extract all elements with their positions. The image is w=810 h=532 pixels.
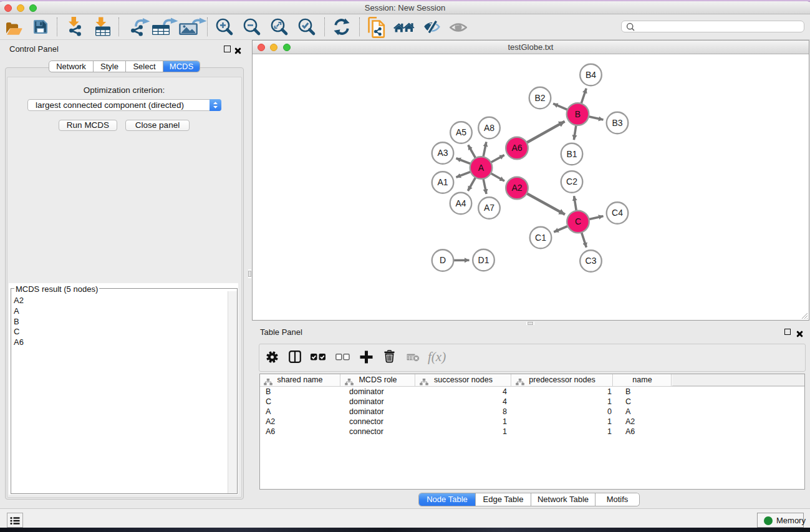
svg-text:A2: A2: [511, 183, 522, 193]
svg-text:D: D: [440, 255, 446, 265]
svg-text:A1: A1: [437, 177, 448, 187]
svg-text:C4: C4: [612, 208, 623, 218]
svg-text:C: C: [575, 216, 581, 226]
svg-text:C3: C3: [586, 256, 597, 266]
svg-text:A5: A5: [456, 127, 466, 137]
svg-text:D1: D1: [478, 255, 489, 265]
svg-text:B1: B1: [566, 149, 577, 159]
svg-text:C2: C2: [566, 177, 577, 186]
svg-text:B3: B3: [612, 118, 622, 128]
svg-text:A: A: [478, 163, 485, 173]
svg-text:C1: C1: [535, 233, 546, 243]
svg-text:B2: B2: [534, 93, 545, 103]
svg-text:A6: A6: [511, 143, 522, 153]
svg-text:A7: A7: [484, 203, 494, 213]
svg-text:B4: B4: [586, 70, 596, 80]
svg-text:A3: A3: [437, 148, 448, 158]
svg-text:B: B: [575, 109, 581, 119]
svg-text:A8: A8: [484, 123, 494, 133]
svg-text:A4: A4: [455, 198, 466, 208]
